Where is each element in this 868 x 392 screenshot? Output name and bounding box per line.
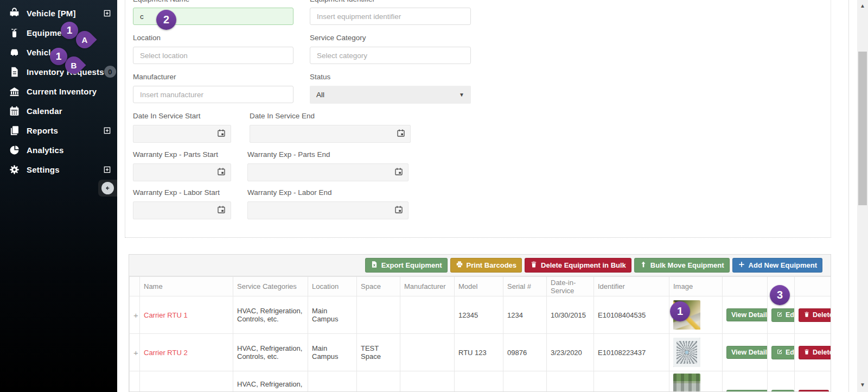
gear-icon bbox=[8, 163, 21, 175]
manufacturer-cell bbox=[400, 334, 455, 371]
equipment-table: Name Service Categories Location Space M… bbox=[129, 276, 831, 392]
table-row: HVAC, Refrigeration, View Details Edit D… bbox=[130, 371, 831, 392]
reports-icon bbox=[8, 124, 21, 136]
expand-row-icon[interactable]: + bbox=[133, 348, 138, 357]
sidebar-item-calendar[interactable]: Calendar bbox=[0, 101, 117, 121]
view-details-button[interactable]: View Details bbox=[726, 390, 768, 392]
calendar-picker-icon bbox=[217, 205, 226, 216]
edit-pencil-icon bbox=[776, 311, 783, 319]
sidebar-item-label: Reports bbox=[27, 126, 58, 135]
table-row: + Carrier RTU 1 HVAC, Refrigeration, Con… bbox=[130, 296, 831, 334]
annotation-step-1b: 1 bbox=[50, 48, 67, 65]
expand-icon[interactable] bbox=[104, 10, 111, 17]
vertical-scrollbar[interactable]: ▲ ▼ bbox=[857, 0, 868, 392]
date-in-service-cell: 10/30/2015 bbox=[547, 296, 594, 334]
chevron-down-icon: ▼ bbox=[459, 92, 464, 98]
add-new-equipment-button[interactable]: Add New Equipment bbox=[732, 258, 822, 273]
edit-button[interactable]: Edit bbox=[771, 308, 795, 322]
model-cell: 12345 bbox=[455, 296, 503, 334]
calendar-picker-icon bbox=[394, 205, 403, 216]
sidebar-item-reports[interactable]: Reports bbox=[0, 121, 117, 140]
annotation-step-3: 3 bbox=[770, 285, 790, 305]
sidebar-item-settings[interactable]: Settings bbox=[0, 160, 117, 179]
sidebar-item-label: Settings bbox=[27, 165, 60, 174]
warranty-parts-start-input[interactable] bbox=[133, 163, 231, 181]
serial-cell: 1234 bbox=[503, 296, 547, 334]
warranty-labor-start-label: Warranty Exp - Labor Start bbox=[133, 188, 220, 197]
expand-icon[interactable] bbox=[104, 127, 111, 134]
space-cell bbox=[357, 296, 400, 334]
sidebar-item-equipment[interactable]: Equipment bbox=[0, 23, 117, 42]
printer-icon bbox=[456, 261, 463, 270]
delete-equipment-bulk-button[interactable]: Delete Equipment in Bulk bbox=[525, 258, 631, 273]
annotation-step-2: 2 bbox=[156, 10, 176, 30]
edit-button[interactable]: Edit bbox=[771, 390, 794, 392]
sidebar-item-current-inventory[interactable]: Current Inventory bbox=[0, 81, 117, 101]
edit-button[interactable]: Edit bbox=[771, 346, 795, 359]
service-categories-cell: HVAC, Refrigeration, Controls, etc. bbox=[233, 334, 308, 371]
manufacturer-cell bbox=[400, 296, 455, 334]
equipment-management-page: Vehicle [PM] Equipment Vehicles bbox=[0, 0, 868, 392]
space-column-header: Space bbox=[357, 277, 400, 296]
date-in-service-start-label: Date In Service Start bbox=[133, 112, 201, 120]
scrollbar-thumb[interactable] bbox=[858, 52, 867, 205]
equipment-photo[interactable] bbox=[673, 374, 700, 392]
status-select[interactable]: All ▼ bbox=[310, 86, 471, 104]
location-input[interactable] bbox=[133, 47, 293, 64]
content-edge-divider bbox=[848, 0, 849, 392]
export-equipment-button[interactable]: Export Equipment bbox=[365, 258, 448, 273]
table-row: + Carrier RTU 2 HVAC, Refrigeration, Con… bbox=[130, 334, 831, 371]
edit-pencil-icon bbox=[776, 349, 783, 357]
date-in-service-end-label: Date In Service End bbox=[250, 112, 315, 120]
delete-button[interactable]: Delete bbox=[799, 346, 831, 359]
sidebar-item-analytics[interactable]: Analytics bbox=[0, 140, 117, 160]
print-barcodes-button[interactable]: Print Barcodes bbox=[450, 258, 522, 273]
equipment-filter-panel: Equipment Name Equipment Identifier Loca… bbox=[125, 0, 831, 238]
calendar-picker-icon bbox=[217, 167, 226, 178]
warranty-labor-end-input[interactable] bbox=[247, 201, 409, 219]
warranty-labor-start-input[interactable] bbox=[133, 201, 231, 219]
date-in-service-end-input[interactable] bbox=[250, 125, 411, 143]
location-label: Location bbox=[133, 34, 161, 42]
view-details-button[interactable]: View Details bbox=[726, 308, 768, 321]
equipment-table-panel: Export Equipment Print Barcodes Delete E… bbox=[129, 254, 831, 392]
sidebar-item-label: Vehicle [PM] bbox=[27, 9, 76, 18]
scroll-up-arrow-icon[interactable]: ▲ bbox=[857, 1, 868, 10]
expand-row-icon[interactable]: + bbox=[133, 311, 138, 320]
expand-column-header bbox=[130, 277, 140, 296]
calendar-picker-icon bbox=[217, 129, 226, 140]
service-categories-cell: HVAC, Refrigeration, Controls, etc. bbox=[233, 296, 308, 334]
view-details-button[interactable]: View Details bbox=[726, 346, 768, 359]
manufacturer-input[interactable] bbox=[133, 86, 293, 103]
equipment-name-link[interactable]: Carrier RTU 2 bbox=[144, 349, 188, 357]
location-cell: Main Campus bbox=[308, 334, 357, 371]
annotation-image-1: 1 bbox=[670, 301, 690, 321]
calendar-picker-icon bbox=[394, 167, 403, 178]
sidebar-item-label: Current Inventory bbox=[27, 87, 97, 96]
trash-icon bbox=[530, 261, 538, 270]
location-column-header: Location bbox=[308, 277, 357, 296]
model-cell: RTU 123 bbox=[455, 334, 503, 371]
identifier-cell: E10108223437 bbox=[594, 334, 669, 371]
equipment-photo[interactable] bbox=[673, 338, 700, 367]
equipment-name-link[interactable]: Carrier RTU 1 bbox=[144, 311, 188, 319]
delete-button[interactable]: Delete bbox=[799, 390, 829, 392]
excel-file-icon bbox=[371, 261, 378, 270]
sidebar-collapse-button[interactable] bbox=[98, 180, 117, 197]
calendar-icon bbox=[8, 105, 21, 117]
date-in-service-column-header: Date-in-Service bbox=[547, 277, 594, 296]
location-cell: Main Campus bbox=[308, 296, 357, 334]
service-category-input[interactable] bbox=[310, 47, 471, 64]
sidebar-item-vehicle-pm[interactable]: Vehicle [PM] bbox=[0, 3, 117, 23]
date-in-service-start-input[interactable] bbox=[133, 125, 231, 143]
scroll-down-arrow-icon[interactable]: ▼ bbox=[857, 380, 868, 389]
date-in-service-cell: 3/23/2020 bbox=[547, 334, 594, 371]
delete-button[interactable]: Delete bbox=[799, 308, 831, 322]
identifier-cell: E10108404535 bbox=[594, 296, 669, 334]
service-category-label: Service Category bbox=[310, 34, 366, 42]
equipment-identifier-input[interactable] bbox=[310, 8, 471, 25]
expand-icon[interactable] bbox=[104, 166, 111, 173]
space-cell: TEST Space bbox=[357, 334, 400, 371]
warranty-parts-end-input[interactable] bbox=[247, 163, 409, 181]
bulk-move-equipment-button[interactable]: Bulk Move Equipment bbox=[634, 258, 730, 273]
